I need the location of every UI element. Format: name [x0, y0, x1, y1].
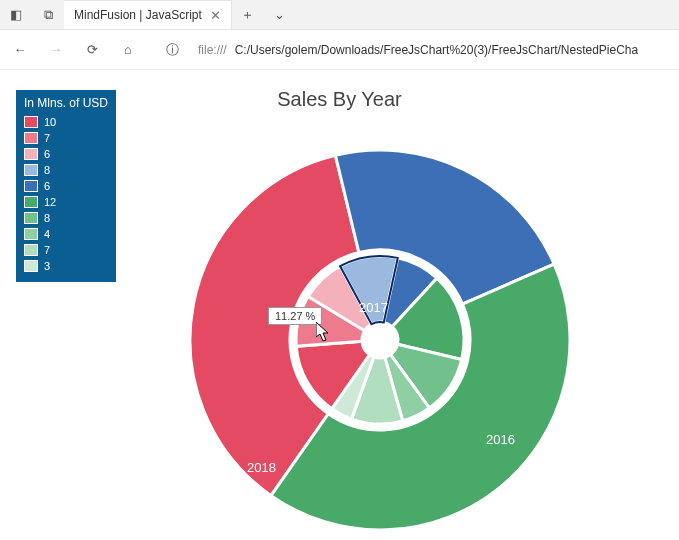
legend-label: 12: [44, 194, 56, 210]
tab-switch-icon[interactable]: ⧉: [32, 0, 64, 29]
legend-item: 10: [24, 114, 108, 130]
legend-label: 8: [44, 210, 50, 226]
url-scheme: file:///: [198, 43, 227, 57]
legend-label: 7: [44, 242, 50, 258]
legend-swatch: [24, 244, 38, 256]
legend-item: 6: [24, 146, 108, 162]
forward-button: →: [42, 36, 70, 64]
url-path[interactable]: C:/Users/golem/Downloads/FreeJsChart%20(…: [235, 43, 639, 57]
ring-label: 2018: [247, 460, 276, 475]
ring-label: 2016: [486, 432, 515, 447]
browser-addressbar: ← → ⟳ ⌂ ⓘ file:/// C:/Users/golem/Downlo…: [0, 30, 679, 70]
home-button[interactable]: ⌂: [114, 36, 142, 64]
legend-label: 10: [44, 114, 56, 130]
legend-label: 7: [44, 130, 50, 146]
legend-label: 3: [44, 258, 50, 274]
chart-title: Sales By Year: [277, 88, 402, 111]
legend-swatch: [24, 196, 38, 208]
legend-item: 12: [24, 194, 108, 210]
new-tab-button[interactable]: ＋: [232, 0, 264, 29]
legend-swatch: [24, 180, 38, 192]
legend-swatch: [24, 164, 38, 176]
legend-label: 4: [44, 226, 50, 242]
back-button[interactable]: ←: [6, 36, 34, 64]
legend-item: 7: [24, 130, 108, 146]
legend-swatch: [24, 260, 38, 272]
site-info-icon[interactable]: ⓘ: [158, 36, 186, 64]
legend-item: 7: [24, 242, 108, 258]
legend-label: 8: [44, 162, 50, 178]
legend-swatch: [24, 132, 38, 144]
legend-swatch: [24, 212, 38, 224]
tab-title: MindFusion | JavaScript: [74, 8, 202, 22]
legend-item: 8: [24, 162, 108, 178]
legend-swatch: [24, 228, 38, 240]
legend-item: 3: [24, 258, 108, 274]
browser-titlebar: ◧ ⧉ MindFusion | JavaScript ✕ ＋ ⌄: [0, 0, 679, 30]
legend-item: 8: [24, 210, 108, 226]
browser-tab[interactable]: MindFusion | JavaScript ✕: [64, 0, 232, 29]
chart-legend: In Mlns. of USD 107686128473: [16, 90, 116, 282]
legend-title: In Mlns. of USD: [24, 96, 108, 110]
reload-button[interactable]: ⟳: [78, 36, 106, 64]
panel-icon[interactable]: ◧: [0, 0, 32, 29]
ring-label: 2017: [359, 300, 388, 315]
legend-label: 6: [44, 146, 50, 162]
nested-pie-chart[interactable]: [160, 130, 600, 530]
chart-tooltip: 11.27 %: [268, 307, 322, 325]
legend-label: 6: [44, 178, 50, 194]
tabs-menu-icon[interactable]: ⌄: [264, 0, 296, 29]
legend-item: 4: [24, 226, 108, 242]
legend-swatch: [24, 148, 38, 160]
page-content: Sales By Year In Mlns. of USD 1076861284…: [0, 70, 679, 540]
cursor-icon: [316, 322, 332, 342]
legend-swatch: [24, 116, 38, 128]
close-tab-icon[interactable]: ✕: [210, 8, 221, 23]
legend-item: 6: [24, 178, 108, 194]
